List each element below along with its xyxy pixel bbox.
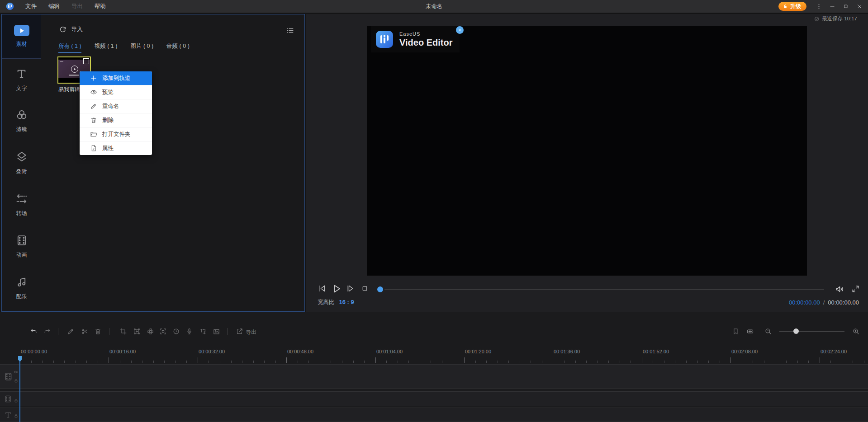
sidebar-item-label: 滤镜 bbox=[16, 126, 27, 133]
export-button[interactable] bbox=[236, 328, 243, 335]
list-view-button[interactable] bbox=[286, 26, 294, 35]
close-button[interactable] bbox=[854, 0, 865, 13]
menu-item-properties[interactable]: 属性 bbox=[80, 141, 152, 155]
watermark: EaseUS Video Editor bbox=[371, 26, 460, 52]
easeus-logo-icon bbox=[375, 30, 394, 48]
film-track-icon bbox=[4, 370, 13, 383]
video-track-2[interactable] bbox=[0, 391, 868, 406]
track-lock-icon[interactable] bbox=[14, 413, 19, 418]
easeus-video-editor-window: 文件 编辑 导出 帮助 未命名 升级 素材 文字 滤镜 bbox=[0, 0, 868, 422]
watermark-close-button[interactable] bbox=[456, 26, 464, 34]
ruler-label: 00:01:20.00 bbox=[465, 349, 491, 354]
redo-button[interactable] bbox=[43, 328, 51, 335]
current-time: 00:00:00.00 bbox=[789, 299, 820, 306]
sidebar-item-filters[interactable]: 滤镜 bbox=[2, 108, 41, 133]
zoom-in-button[interactable] bbox=[852, 328, 860, 335]
time-separator: / bbox=[823, 299, 825, 306]
ruler-label: 00:01:04.00 bbox=[376, 349, 403, 354]
sidebar-item-text[interactable]: 文字 bbox=[2, 68, 41, 92]
next-frame-button[interactable] bbox=[346, 284, 355, 293]
menu-item-add-to-track[interactable]: 添加到轨道 bbox=[80, 71, 152, 85]
seek-bar[interactable] bbox=[384, 289, 824, 290]
titlebar: 文件 编辑 导出 帮助 未命名 升级 bbox=[0, 0, 868, 13]
previous-frame-button[interactable] bbox=[318, 284, 327, 293]
menu-help[interactable]: 帮助 bbox=[89, 0, 112, 13]
tab-audio[interactable]: 音频 ( 0 ) bbox=[166, 42, 190, 53]
delete-button[interactable] bbox=[94, 328, 102, 335]
split-button[interactable] bbox=[81, 328, 89, 335]
tab-image[interactable]: 图片 ( 0 ) bbox=[130, 42, 153, 53]
pencil-icon bbox=[90, 103, 97, 110]
sidebar-item-animation[interactable]: 动画 bbox=[2, 234, 41, 259]
timeline-zoom-handle[interactable] bbox=[793, 328, 799, 334]
text-to-speech-button[interactable] bbox=[198, 328, 208, 335]
sidebar-item-music[interactable]: 配乐 bbox=[2, 276, 41, 300]
ruler-label: 00:01:52.00 bbox=[643, 349, 669, 354]
track-audio-icon[interactable] bbox=[14, 370, 19, 375]
eye-icon bbox=[90, 89, 97, 96]
aspect-ratio-value[interactable]: 16 : 9 bbox=[339, 299, 354, 305]
close-icon bbox=[458, 28, 462, 32]
sidebar-item-label: 动画 bbox=[16, 251, 27, 259]
sidebar-item-overlays[interactable]: 叠附 bbox=[2, 150, 41, 175]
export-label[interactable]: 导出 bbox=[246, 328, 256, 336]
timecode-display: 00:00:00.00 / 00:00:00.00 bbox=[789, 299, 859, 306]
video-track-1[interactable] bbox=[0, 364, 868, 389]
menu-edit[interactable]: 编辑 bbox=[43, 0, 66, 13]
track-lock-icon[interactable] bbox=[14, 398, 19, 403]
clip-name: 易我剪辑 bbox=[58, 86, 80, 94]
media-tabs: 所有 ( 1 ) 视频 ( 1 ) 图片 ( 0 ) 音频 ( 0 ) bbox=[58, 42, 190, 53]
crop-button[interactable] bbox=[119, 328, 127, 335]
more-options-button[interactable] bbox=[813, 0, 825, 13]
autosave-label: 最近保存 10:17 bbox=[822, 15, 857, 22]
sidebar-item-transitions[interactable]: 转场 bbox=[2, 192, 41, 217]
stop-button[interactable] bbox=[361, 285, 369, 292]
watermark-brand: EaseUS bbox=[399, 31, 452, 37]
plus-icon bbox=[90, 75, 97, 82]
edit-button[interactable] bbox=[67, 328, 75, 335]
fullscreen-icon[interactable] bbox=[851, 285, 860, 293]
undo-button[interactable] bbox=[30, 328, 38, 335]
timeline-zoom-slider[interactable] bbox=[779, 331, 844, 332]
kebab-icon bbox=[816, 3, 822, 10]
tab-all[interactable]: 所有 ( 1 ) bbox=[58, 42, 81, 53]
preview-panel: 最近保存 10:17 EaseUS Video Editor bbox=[306, 14, 868, 312]
menu-item-rename[interactable]: 重命名 bbox=[80, 99, 152, 113]
menu-item-label: 打开文件夹 bbox=[102, 131, 131, 138]
sidebar-item-label: 配乐 bbox=[16, 293, 27, 300]
play-button[interactable] bbox=[331, 283, 342, 294]
menu-item-label: 重命名 bbox=[102, 103, 119, 110]
voiceover-button[interactable] bbox=[185, 328, 193, 335]
zoom-out-button[interactable] bbox=[764, 328, 772, 335]
fit-timeline-button[interactable] bbox=[745, 328, 755, 335]
minimize-button[interactable] bbox=[826, 0, 838, 13]
menu-item-preview[interactable]: 预览 bbox=[80, 85, 152, 99]
freeze-frame-button[interactable] bbox=[159, 328, 167, 335]
sidebar-item-media[interactable]: 素材 bbox=[2, 14, 41, 59]
zoom-frame-button[interactable] bbox=[133, 328, 141, 335]
marker-button[interactable] bbox=[732, 328, 740, 335]
upgrade-button[interactable]: 升级 bbox=[778, 2, 806, 11]
seek-handle[interactable] bbox=[377, 286, 383, 292]
menu-item-open-folder[interactable]: 打开文件夹 bbox=[80, 127, 152, 141]
snapshot-button[interactable] bbox=[213, 328, 220, 335]
text-track[interactable] bbox=[0, 408, 868, 422]
duration-button[interactable] bbox=[172, 328, 180, 335]
ruler-label: 00:01:36.00 bbox=[554, 349, 580, 354]
import-icon bbox=[59, 25, 67, 33]
maximize-button[interactable] bbox=[840, 0, 852, 13]
menu-item-delete[interactable]: 删除 bbox=[80, 113, 152, 127]
mosaic-button[interactable] bbox=[147, 328, 154, 335]
menu-item-label: 添加到轨道 bbox=[102, 75, 131, 82]
volume-icon[interactable] bbox=[835, 284, 845, 294]
context-menu: 添加到轨道 预览 重命名 删除 打开文件夹 属性 bbox=[80, 71, 152, 155]
import-button[interactable]: 导入 bbox=[59, 25, 83, 33]
tab-video[interactable]: 视频 ( 1 ) bbox=[95, 42, 118, 53]
menu-file[interactable]: 文件 bbox=[19, 0, 43, 13]
import-label: 导入 bbox=[71, 25, 83, 33]
document-icon bbox=[90, 145, 97, 152]
timeline-ruler[interactable]: 00:00:00.00 00:00:16.00 00:00:32.00 00:0… bbox=[0, 346, 868, 364]
track-lock-icon[interactable] bbox=[14, 378, 19, 383]
ruler-label: 00:02:08.00 bbox=[731, 349, 758, 354]
thumbnail-checkbox[interactable] bbox=[83, 58, 89, 64]
